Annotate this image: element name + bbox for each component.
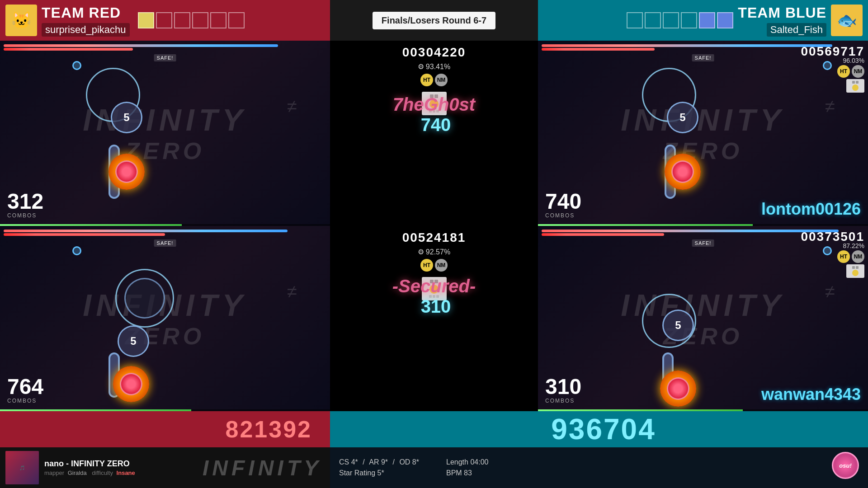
panel-bot-right: INFINITY ZERO ≠ SAFE! 5 00373501 87.22% … xyxy=(538,226,868,411)
w-sq2 xyxy=(434,94,438,98)
mod-ht-br: HT xyxy=(837,250,850,263)
info-bar: 🎵 nano - INFINITY ZERO mapper Giralda di… xyxy=(0,447,868,488)
length-value: Length 04:00 xyxy=(446,458,488,466)
widget-dots-bot xyxy=(425,280,444,283)
cursor-tr xyxy=(823,61,832,70)
mod-ht-bot: HT xyxy=(420,259,433,272)
w-sq3 xyxy=(429,110,432,113)
player-name-tr: lontom00126 xyxy=(761,200,861,219)
mp-bar-tr xyxy=(542,48,655,51)
combo-label-br: COMBOS xyxy=(545,398,581,404)
center-top-accuracy: ⚙ 93.41% xyxy=(418,62,450,71)
stat-bpm: BPM 83 xyxy=(446,469,488,477)
game-area: INFINITY ZERO ≠ SAFE! 5 xyxy=(0,41,868,411)
hit-circle-5-tl: 5 xyxy=(111,102,142,133)
center-bottom: 00524181 ⚙ 92.57% HT NM xyxy=(330,226,538,411)
team-red-box-2 xyxy=(156,12,172,28)
mod-nm-bot: NM xyxy=(435,259,448,272)
mod-ht-tr: HT xyxy=(837,65,850,78)
team-red-box-3 xyxy=(174,12,190,28)
team-blue-box-3 xyxy=(663,12,679,28)
cursor-bl xyxy=(72,246,81,255)
accuracy-tr: 96.03% xyxy=(843,57,864,64)
progress-fill-bl xyxy=(0,409,191,411)
progress-bar-br xyxy=(538,409,868,411)
stat-cs-ar-od: CS 4* / AR 9* / OD 8* xyxy=(339,458,419,466)
active-circle-inner-bl xyxy=(120,373,142,395)
team-red-header: 🐱 TEAM RED surprised_pikachu xyxy=(0,0,330,41)
mod-nm-br: NM xyxy=(852,250,864,263)
header: 🐱 TEAM RED surprised_pikachu Finals/Lose… xyxy=(0,0,868,41)
stat-star: Star Rating 5* xyxy=(339,469,419,477)
team-red-box-6 xyxy=(228,12,245,28)
team-red-boxes xyxy=(138,12,245,28)
team-blue-info: TEAM BLUE Salted_Fish xyxy=(738,5,826,37)
team-blue-avatar: 🐟 xyxy=(831,5,863,36)
info-bar-left: 🎵 nano - INFINITY ZERO mapper Giralda di… xyxy=(0,447,330,488)
score-totals: 821392 936704 xyxy=(0,411,868,447)
stat-length: Length 04:00 xyxy=(446,458,488,466)
team-red-avatar: 🐱 xyxy=(5,5,37,36)
accuracy-br: 87.22% xyxy=(843,242,864,249)
team-red-box-1 xyxy=(138,12,154,28)
info-bar-right: CS 4* / AR 9* / OD 8* Star Rating 5* Len… xyxy=(330,447,868,488)
accuracy-value-bot: 92.57% xyxy=(426,248,450,256)
team-blue-box-1 xyxy=(627,12,643,28)
safe-label-bl: SAFE! xyxy=(154,239,176,247)
mods-br: HT NM xyxy=(837,250,864,263)
mod-nm-tr: NM xyxy=(852,65,864,78)
team-blue-player: Salted_Fish xyxy=(767,23,826,37)
center-top-mods: HT NM xyxy=(420,74,448,86)
hp-bar-tr xyxy=(542,44,832,47)
accuracy-icon-top: ⚙ xyxy=(418,62,424,71)
mapper-label: mapper xyxy=(44,469,64,476)
combo-label-tl: COMBOS xyxy=(7,212,43,219)
combo-tr: 740 COMBOS xyxy=(545,191,581,219)
player-name-br: wanwan4343 xyxy=(761,385,861,404)
combo-number-br: 310 xyxy=(545,376,581,398)
hit-circle-5-bl: 5 xyxy=(118,325,149,357)
cs-value: CS 4* xyxy=(339,458,358,466)
panel-top-right: INFINITY ZERO ≠ SAFE! 5 00569717 96.03% … xyxy=(538,41,868,226)
combo-number-bl: 764 xyxy=(7,376,43,398)
char-score-top: 740 xyxy=(421,115,451,135)
song-title: nano - INFINITY ZERO xyxy=(44,459,135,469)
progress-fill-br xyxy=(538,409,743,411)
mods-tr: HT NM xyxy=(837,65,864,78)
team-blue-boxes xyxy=(627,12,733,28)
team-blue-box-4 xyxy=(681,12,697,28)
combo-label-bl: COMBOS xyxy=(7,398,43,404)
active-circle-inner-tr xyxy=(671,160,694,183)
cursor-tl xyxy=(72,61,81,70)
mp-bar-br xyxy=(542,233,664,236)
difficulty-value: Insane xyxy=(117,469,135,476)
active-circle-bl xyxy=(113,366,149,402)
center-bot-mods: HT NM xyxy=(420,259,448,272)
center-bot-accuracy: ⚙ 92.57% xyxy=(418,248,450,256)
center-bot-score: 00524181 xyxy=(402,230,466,245)
combo-br: 310 COMBOS xyxy=(545,376,581,404)
w-tr-row1 xyxy=(848,81,863,84)
combo-bl: 764 COMBOS xyxy=(7,376,43,404)
combo-number-tl: 312 xyxy=(7,191,43,212)
song-info: nano - INFINITY ZERO mapper Giralda diff… xyxy=(44,459,135,476)
main-container: 🐱 TEAM RED surprised_pikachu Finals/Lose… xyxy=(0,0,868,488)
osu-logo: osu! xyxy=(832,452,859,479)
w-sq5 xyxy=(436,110,439,113)
accuracy-value-top: 93.41% xyxy=(426,63,450,71)
team-blue-header: TEAM BLUE Salted_Fish 🐟 xyxy=(538,0,868,41)
team-red-info: TEAM RED surprised_pikachu xyxy=(42,5,130,37)
widget-bottom-bot xyxy=(425,295,444,298)
mod-ht-top: HT xyxy=(420,74,433,86)
od-value: OD 8* xyxy=(399,458,419,466)
blue-total-value: 936704 xyxy=(551,413,656,446)
mod-nm-top: NM xyxy=(435,74,448,86)
active-circle-inner-tl xyxy=(115,160,138,183)
hp-bar-bl xyxy=(4,230,288,232)
active-circle-inner-br xyxy=(667,377,689,400)
hp-bar-br xyxy=(542,230,839,232)
panel-bot-left: INFINITY ZERO ≠ SAFE! 5 764 COMBOS xyxy=(0,226,330,411)
team-blue-box-6 xyxy=(717,12,733,28)
panel-top-left: INFINITY ZERO ≠ SAFE! 5 xyxy=(0,41,330,226)
stats-group-1: CS 4* / AR 9* / OD 8* Star Rating 5* xyxy=(339,458,419,477)
